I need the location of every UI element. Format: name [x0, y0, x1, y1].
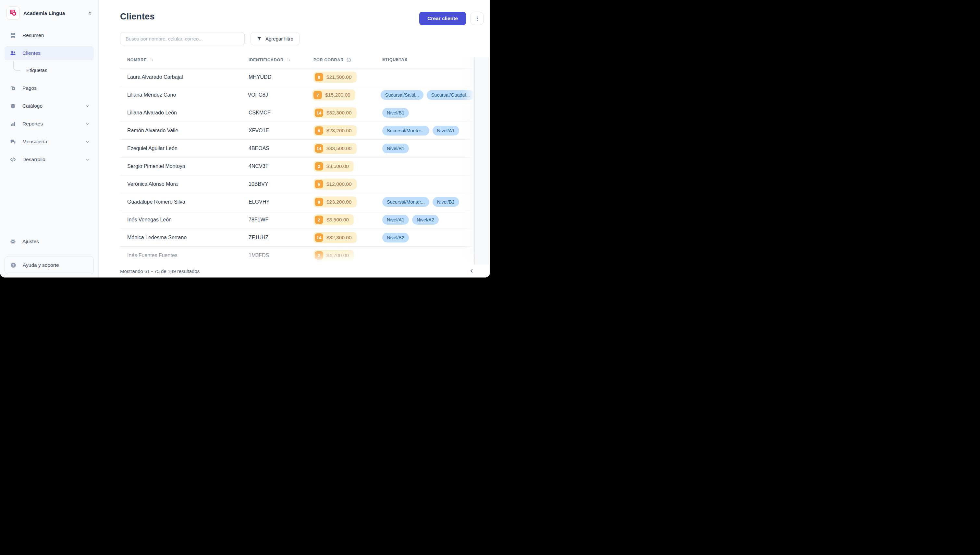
client-name: Ramón Alvarado Valle [120, 128, 249, 133]
search-input[interactable] [120, 32, 245, 45]
client-name: Sergio Pimentel Montoya [120, 164, 249, 169]
receivable-amount: $15,200.00 [325, 92, 351, 98]
column-header-nombre[interactable]: NOMBRE [120, 58, 249, 62]
receivable-cell: 2$3,500.00 [314, 161, 382, 172]
sort-icon[interactable] [286, 58, 291, 62]
table-row[interactable]: Liliana Alvarado LeónCSKMCF14$32,300.00N… [120, 104, 475, 122]
previous-page-button[interactable] [467, 266, 476, 276]
sidebar-item-catálogo[interactable]: Catálogo [5, 99, 94, 113]
table-row[interactable]: Liliana Méndez CanoVOFG8J7$15,200.00Sucu… [120, 86, 475, 104]
chevron-down-icon [85, 122, 90, 127]
funnel-icon [257, 36, 262, 42]
tags-cell: Sucursal/Saltil...Sucursal/Guadal... [381, 90, 475, 100]
receivable-pill: 8$21,500.00 [314, 72, 357, 83]
sidebar-item-desarrollo[interactable]: Desarrollo [5, 152, 94, 167]
sidebar-item-label: Ajustes [23, 239, 90, 244]
invoice-count-badge: 2 [315, 216, 323, 224]
receivable-amount: $32,300.00 [327, 110, 352, 116]
receivable-amount: $21,500.00 [327, 74, 352, 80]
table-row[interactable]: Laura Alvarado CarbajalMHYUDD8$21,500.00 [120, 68, 475, 86]
sidebar-item-ayuda-soporte[interactable]: ? Ayuda y soporte [5, 256, 94, 274]
receivable-pill: 14$32,300.00 [314, 107, 357, 118]
receivable-pill: 8$23,200.00 [314, 196, 357, 207]
workspace-switcher[interactable]: Academia Lingua [5, 6, 94, 20]
workspace-name: Academia Lingua [23, 10, 84, 16]
tags-cell: Nivel/B2 [382, 233, 475, 242]
bar-chart-icon [10, 120, 16, 127]
client-identifier: XFVO1E [249, 128, 314, 133]
table-row[interactable]: Verónica Alonso Mora10BBVY6$12,000.00 [120, 175, 475, 193]
sort-icon[interactable] [149, 58, 154, 62]
client-name: Ezequiel Aguilar León [120, 146, 249, 151]
sidebar-subitem-etiquetas[interactable]: Etiquetas [5, 64, 94, 77]
sidebar-item-label: Catálogo [23, 103, 79, 109]
tag-chip: Nivel/B2 [433, 197, 459, 207]
receivable-pill: 2$3,500.00 [314, 214, 354, 225]
invoice-count-badge: 7 [314, 91, 322, 99]
add-filter-button[interactable]: Agregar filtro [251, 32, 299, 45]
chat-icon [10, 138, 16, 145]
receivable-pill: 14$33,500.00 [314, 143, 357, 154]
column-header-etiquetas: ETIQUETAS [382, 58, 475, 62]
table-row[interactable]: Guadalupe Romero SilvaELGVHY8$23,200.00S… [120, 193, 475, 211]
receivable-cell: 7$15,200.00 [312, 90, 381, 101]
tag-chip: Nivel/B2 [382, 233, 409, 242]
sidebar-spacer [5, 170, 94, 234]
receivable-pill: 7$15,200.00 [312, 90, 355, 101]
table-scroll-gutter [475, 58, 490, 265]
card-icon [10, 85, 16, 91]
more-options-button[interactable] [470, 12, 483, 25]
client-name: Laura Alvarado Carbajal [120, 74, 249, 80]
client-name: Mónica Ledesma Serrano [120, 235, 249, 241]
table-row[interactable]: Inés Fuentes Fuentes1M3FDS2$4,700.00 [120, 247, 475, 265]
users-icon [10, 50, 16, 56]
create-client-button[interactable]: Crear cliente [419, 12, 466, 25]
tag-chip: Sucursal/Saltil... [381, 90, 423, 100]
invoice-count-badge: 14 [315, 109, 323, 117]
receivable-pill: 8$23,200.00 [314, 125, 357, 136]
table-row[interactable]: Mónica Ledesma SerranoZF1UHZ14$32,300.00… [120, 229, 475, 247]
next-page-button[interactable] [486, 266, 490, 276]
help-icon: ? [10, 262, 16, 268]
sidebar-item-ajustes[interactable]: Ajustes [5, 234, 94, 249]
archive-icon [10, 103, 16, 109]
chevron-down-icon [85, 157, 90, 162]
receivable-cell: 8$21,500.00 [314, 72, 382, 83]
table-row[interactable]: Ezequiel Aguilar León4BEOAS14$33,500.00N… [120, 140, 475, 157]
sidebar-item-mensajería[interactable]: Mensajería [5, 135, 94, 149]
table-row[interactable]: Inés Venegas León78F1WF2$3,500.00Nivel/A… [120, 211, 475, 229]
table-row[interactable]: Ramón Alvarado ValleXFVO1E8$23,200.00Suc… [120, 122, 475, 140]
chevrons-updown-icon [88, 11, 92, 16]
table-row[interactable]: Sergio Pimentel Montoya4NCV3T2$3,500.00 [120, 157, 475, 175]
tag-chip: Sucursal/Guadal... [427, 90, 475, 100]
tag-chip: Nivel/A2 [412, 215, 439, 225]
page-header: Clientes Crear cliente [120, 12, 483, 25]
sidebar-nav: ResumenClientesEtiquetasPagosCatálogoRep… [5, 28, 94, 170]
receivable-cell: 6$12,000.00 [314, 179, 382, 190]
sidebar-item-label: Ayuda y soporte [23, 262, 59, 268]
sidebar-item-clientes[interactable]: Clientes [5, 46, 94, 60]
receivable-cell: 2$3,500.00 [314, 214, 382, 225]
receivable-amount: $4,700.00 [327, 253, 349, 258]
header-actions: Crear cliente [419, 12, 483, 25]
sidebar-item-resumen[interactable]: Resumen [5, 28, 94, 42]
receivable-pill: 6$12,000.00 [314, 179, 357, 190]
sidebar-item-pagos[interactable]: Pagos [5, 81, 94, 95]
invoice-count-badge: 8 [315, 73, 323, 81]
receivable-cell: 2$4,700.00 [314, 250, 382, 261]
receivable-amount: $3,500.00 [327, 217, 349, 223]
receivable-amount: $32,300.00 [327, 235, 352, 241]
sidebar: Academia Lingua ResumenClientesEtiquetas… [0, 0, 99, 278]
tag-chip: Nivel/A1 [382, 215, 409, 225]
receivable-amount: $33,500.00 [327, 146, 352, 151]
table-footer: Mostrando 61 - 75 de 189 resultados [120, 265, 490, 278]
client-identifier: 1M3FDS [249, 253, 314, 258]
receivable-amount: $12,000.00 [327, 181, 352, 187]
invoice-count-badge: 14 [315, 233, 323, 242]
column-header-identificador[interactable]: IDENTIFICADOR [249, 58, 314, 62]
sidebar-item-reportes[interactable]: Reportes [5, 117, 94, 131]
invoice-count-badge: 2 [315, 251, 323, 260]
info-icon[interactable] [346, 58, 351, 63]
tree-connector [13, 61, 21, 71]
tags-cell: Sucursal/Monter...Nivel/B2 [382, 197, 475, 207]
